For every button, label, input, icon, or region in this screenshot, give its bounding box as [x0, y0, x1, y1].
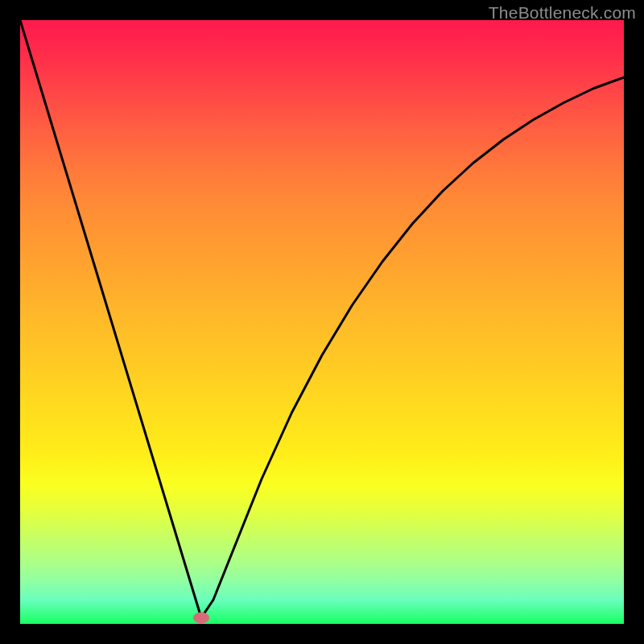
min-marker [193, 613, 209, 624]
watermark-text: TheBottleneck.com [489, 3, 636, 23]
plot-area [20, 20, 624, 624]
curve-svg [20, 20, 624, 624]
bottleneck-curve [20, 20, 624, 618]
chart-frame: TheBottleneck.com [0, 0, 644, 644]
